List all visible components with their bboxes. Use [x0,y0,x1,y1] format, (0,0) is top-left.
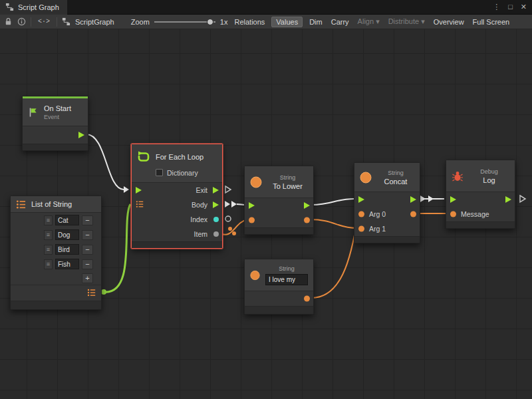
log-message-row: Message [446,207,515,221]
flag-icon [28,107,39,118]
string-input-port[interactable] [249,217,255,223]
body-output-port[interactable] [213,201,219,208]
result-output-port[interactable] [410,211,416,217]
list-output-row [11,285,101,301]
arg1-input-port[interactable] [358,226,364,232]
close-icon[interactable]: ✕ [521,3,527,11]
concat-arg1-row: Arg 1 [354,221,420,236]
port-label: Arg 1 [369,225,386,233]
graph-window-icon [5,3,14,11]
add-item-button[interactable]: + [82,273,93,283]
window-tab-title: Script Graph [18,3,59,11]
flow-output-port[interactable] [304,202,310,209]
remove-item-button[interactable]: − [82,245,93,255]
drag-handle-icon[interactable]: ≡ [44,245,53,255]
concat-flow-row [354,192,420,207]
drag-handle-icon[interactable]: ≡ [44,215,53,225]
drag-handle-icon[interactable]: ≡ [44,259,53,269]
string-value-input[interactable] [265,274,308,285]
list-item-row: ≡ + − [11,257,101,271]
node-concat[interactable]: String Concat Arg 0 Arg 1 [354,162,420,243]
on-start-header: On Start Event [23,98,88,126]
list-add-row: + [11,271,101,285]
drag-handle-icon[interactable]: ≡ [44,230,53,240]
node-footer [11,301,101,309]
string-output-port[interactable] [304,296,310,302]
remove-item-button[interactable]: − [82,215,93,225]
port-label: Item [194,230,207,238]
flow-input-port[interactable] [136,187,142,194]
flow-input-port[interactable] [358,196,364,203]
tolower-value-row [245,213,313,227]
node-to-lower[interactable]: String To Lower [244,166,314,235]
flow-output-port[interactable] [410,196,416,203]
flow-output-port[interactable] [78,132,84,138]
relations-button[interactable]: Relations [232,17,267,27]
node-title: Concat [377,178,414,186]
window-controls: ⋮ □ ✕ [493,3,532,11]
align-button[interactable]: Align ▾ [356,16,382,27]
result-output-port[interactable] [304,217,310,223]
script-graph-icon [62,17,70,26]
node-string-literal[interactable]: String [244,259,314,315]
node-title: For Each Loop [156,153,203,161]
flow-input-port[interactable] [249,202,255,209]
distribute-button[interactable]: Distribute ▾ [386,16,427,27]
item-output-port[interactable] [213,231,219,237]
zoom-slider-handle[interactable] [207,19,213,25]
fullscreen-button[interactable]: Full Screen [471,17,512,27]
index-output-port[interactable] [213,217,219,222]
foreach-exit-row: Exit [132,183,222,198]
lock-icon[interactable] [4,17,13,26]
foreach-header: For Each Loop Dictionary [132,144,222,183]
window-tab[interactable]: Script Graph [0,0,67,15]
list-item-input[interactable] [55,215,79,225]
values-button[interactable]: Values [271,17,303,27]
message-input-port[interactable] [450,211,456,217]
node-type-label: Debug [469,168,509,175]
list-item-input[interactable] [55,244,79,255]
node-footer [446,221,515,228]
string-icon [250,176,262,188]
maximize-icon[interactable]: □ [508,3,513,11]
concat-header: String Concat [354,163,420,192]
remove-item-button[interactable]: − [82,259,93,269]
list-item-input[interactable] [55,229,79,240]
list-item-row: ≡ − [11,227,101,242]
node-title: To Lower [267,182,308,190]
dictionary-checkbox[interactable] [156,169,163,176]
foreach-body-row: Body [132,198,222,212]
node-on-start[interactable]: On Start Event [22,96,88,151]
list-item-input[interactable] [55,259,79,269]
node-type-label: String [267,174,308,181]
carry-button[interactable]: Carry [329,17,351,27]
node-debug-log[interactable]: Debug Log Message [446,160,515,229]
dim-button[interactable]: Dim [307,17,325,27]
graph-name-label: ScriptGraph [75,18,114,26]
node-footer [245,306,313,314]
flow-input-port[interactable] [450,196,456,203]
arg0-input-port[interactable] [358,211,364,217]
zoom-slider[interactable] [154,18,215,26]
foreach-item-row: Item [132,227,222,241]
chevron-down-icon: ▾ [376,17,380,25]
node-for-each-loop[interactable]: For Each Loop Dictionary Exit Body [131,144,223,249]
node-list-of-string[interactable]: List of String ≡ − ≡ − ≡ − ≡ + − + [10,196,102,310]
info-icon[interactable] [17,17,26,26]
loop-icon [137,150,150,164]
list-output-port[interactable] [87,288,96,298]
graph-toolbar: <·> ScriptGraph Zoom 1x Relations Values… [0,15,532,29]
flow-output-port[interactable] [505,196,511,203]
list-icon [16,200,26,209]
exit-output-port[interactable] [213,187,219,194]
log-header: Debug Log [446,160,515,192]
string-icon [360,172,372,184]
remove-item-button[interactable]: − [82,230,93,240]
overview-button[interactable]: Overview [432,17,466,27]
list-input-port[interactable] [136,200,144,209]
list-item-row: ≡ − [11,213,101,227]
node-footer [132,241,222,248]
window-menu-icon[interactable]: ⋮ [493,3,500,11]
align-label: Align [358,17,374,25]
code-view-icon[interactable]: <·> [36,17,52,27]
